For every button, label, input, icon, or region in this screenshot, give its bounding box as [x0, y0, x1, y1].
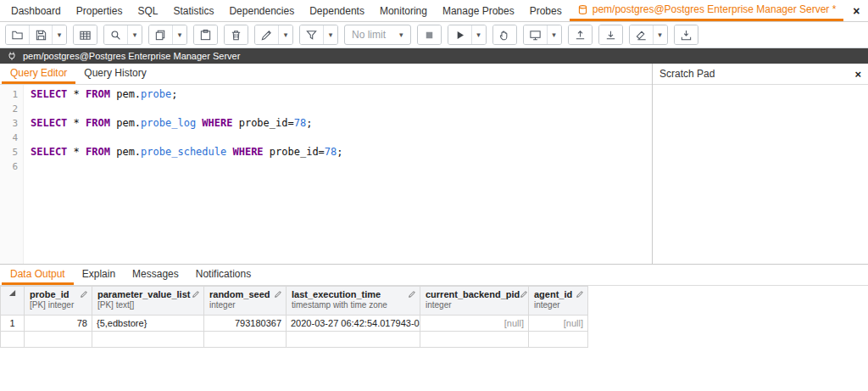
row-number[interactable]: 1 — [1, 316, 25, 332]
column-header[interactable]: random_seedinteger — [204, 287, 287, 316]
find-button[interactable] — [104, 25, 127, 44]
query-tool-tab-label: pem/postgres@Postgres Enterprise Manager… — [593, 3, 837, 15]
cell[interactable] — [25, 332, 92, 348]
menu-item-statistics[interactable]: Statistics — [165, 0, 221, 21]
cell[interactable]: 78 — [25, 316, 92, 332]
row-limit-select[interactable]: No limit ▾ — [344, 25, 411, 45]
tab-notifications[interactable]: Notifications — [187, 265, 259, 285]
cell[interactable] — [420, 332, 529, 348]
cancel-query-button[interactable] — [418, 25, 441, 44]
save-options-button[interactable]: ▾ — [52, 25, 66, 44]
code-line[interactable]: SELECT * FROM pem.probe; — [31, 87, 652, 102]
cell[interactable]: 2020-03-27 06:42:54.017943-04 — [287, 316, 420, 332]
tab-explain[interactable]: Explain — [74, 265, 124, 285]
column-name: current_backend_pid — [426, 289, 520, 299]
code-line[interactable]: SELECT * FROM pem.probe_log WHERE probe_… — [31, 116, 652, 131]
paste-button[interactable] — [194, 25, 217, 44]
column-header[interactable]: parameter_value_list[PK] text[] — [92, 287, 204, 316]
commit-button[interactable] — [569, 25, 592, 44]
clear-options-button[interactable]: ▾ — [653, 25, 667, 44]
code-line[interactable] — [31, 159, 652, 174]
editor-tabbar: Query Editor Query History — [0, 64, 652, 85]
close-icon[interactable]: × — [843, 0, 868, 21]
query-tool-tab[interactable]: pem/postgres@Postgres Enterprise Manager… — [570, 0, 844, 21]
menu-item-dependencies[interactable]: Dependencies — [221, 0, 302, 21]
column-name: random_seed — [209, 289, 270, 299]
cell[interactable]: [null] — [420, 316, 529, 332]
corner-triangle-icon — [8, 289, 16, 297]
scratch-pad-close-icon[interactable]: × — [854, 68, 861, 81]
copy-options-button[interactable]: ▾ — [172, 25, 186, 44]
execute-button[interactable] — [448, 25, 471, 44]
column-header[interactable]: current_backend_pidinteger — [420, 287, 529, 316]
code-line[interactable] — [31, 131, 652, 145]
code-lines[interactable]: SELECT * FROM pem.probe; SELECT * FROM p… — [24, 85, 652, 264]
sql-editor[interactable]: 123456 SELECT * FROM pem.probe; SELECT *… — [0, 85, 652, 264]
file-button-group: ▾ — [5, 25, 67, 45]
menu-item-properties[interactable]: Properties — [69, 0, 131, 21]
code-line[interactable]: SELECT * FROM pem.probe_schedule WHERE p… — [31, 145, 652, 159]
edit-options-button[interactable]: ▾ — [278, 25, 292, 44]
cell[interactable] — [287, 332, 420, 348]
grid-header-row: probe_id[PK] integerparameter_value_list… — [1, 287, 868, 316]
cell[interactable]: 793180367 — [204, 316, 287, 332]
download-csv-button[interactable] — [675, 25, 698, 44]
save-button[interactable] — [29, 25, 52, 44]
scratch-pad-input[interactable] — [653, 85, 868, 264]
line-number: 6 — [0, 159, 18, 174]
column-header[interactable]: agent_idinteger — [529, 287, 588, 316]
tab-data-output[interactable]: Data Output — [2, 265, 74, 285]
menu-item-monitoring[interactable]: Monitoring — [372, 0, 435, 21]
delete-row-button[interactable] — [225, 25, 248, 44]
cell[interactable] — [204, 332, 287, 348]
code-line[interactable] — [31, 102, 652, 116]
copy-button[interactable] — [149, 25, 172, 44]
grid-corner[interactable] — [1, 287, 25, 316]
cell[interactable]: [null] — [529, 316, 588, 332]
row-number[interactable] — [1, 332, 25, 348]
column-header[interactable]: last_execution_timetimestamp with time z… — [287, 287, 420, 316]
menu-item-dashboard[interactable]: Dashboard — [3, 0, 69, 21]
column-header[interactable]: probe_id[PK] integer — [25, 287, 92, 316]
cell[interactable]: {5,edbstore} — [92, 316, 204, 332]
line-number: 4 — [0, 131, 18, 145]
cell[interactable] — [92, 332, 204, 348]
find-options-button[interactable]: ▾ — [127, 25, 142, 44]
edit-column-icon[interactable] — [192, 290, 200, 299]
display-button[interactable] — [524, 25, 547, 44]
menu-item-dependents[interactable]: Dependents — [302, 0, 372, 21]
edit-column-icon[interactable] — [408, 290, 416, 299]
edit-button[interactable] — [255, 25, 278, 44]
filter-button[interactable] — [300, 25, 323, 44]
menu-item-sql[interactable]: SQL — [130, 0, 165, 21]
edit-column-icon[interactable] — [520, 290, 528, 299]
open-file-button[interactable] — [6, 25, 29, 44]
save-data-group — [73, 25, 97, 45]
edit-column-icon[interactable] — [80, 290, 88, 299]
hand-button[interactable] — [493, 25, 516, 44]
menubar: Dashboard Properties SQL Statistics Depe… — [0, 0, 868, 22]
line-number: 3 — [0, 116, 18, 131]
tab-messages[interactable]: Messages — [124, 265, 187, 285]
execute-options-button[interactable]: ▾ — [471, 25, 486, 44]
menu-item-manage-probes[interactable]: Manage Probes — [435, 0, 522, 21]
chevron-down-icon: ▾ — [329, 31, 333, 39]
chevron-down-icon: ▾ — [399, 31, 403, 39]
delete-group — [224, 25, 248, 45]
filter-options-button[interactable]: ▾ — [323, 25, 337, 44]
stop-icon — [423, 29, 436, 42]
edit-column-icon[interactable] — [576, 290, 584, 299]
edit-column-icon[interactable] — [274, 290, 282, 299]
output-tabbar: Data Output Explain Messages Notificatio… — [0, 265, 868, 286]
scratch-pad-panel: Scratch Pad × — [653, 64, 868, 264]
menu-item-probes[interactable]: Probes — [522, 0, 570, 21]
rollback-button[interactable] — [599, 25, 622, 44]
clear-button[interactable] — [630, 25, 653, 44]
cell[interactable] — [529, 332, 588, 348]
tab-query-editor[interactable]: Query Editor — [2, 64, 75, 84]
copy-icon — [154, 29, 167, 42]
display-options-button[interactable]: ▾ — [547, 25, 561, 44]
tab-query-history[interactable]: Query History — [75, 64, 154, 84]
save-data-changes-button[interactable] — [74, 25, 97, 44]
connection-icon — [7, 51, 17, 61]
